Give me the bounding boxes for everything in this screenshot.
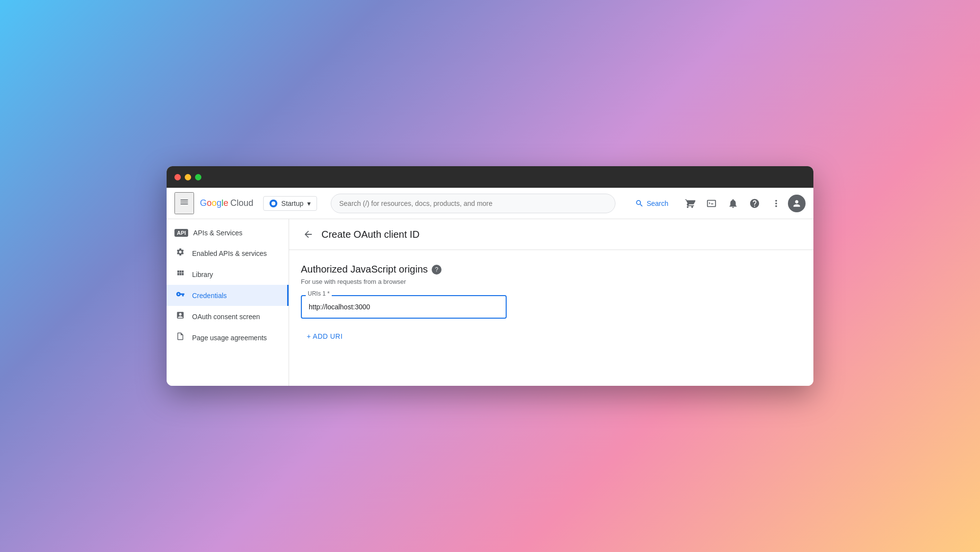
content-area: Create OAuth client ID Authorized JavaSc… <box>289 219 813 386</box>
browser-window: Google Cloud Startup ▾ Search <box>167 166 813 386</box>
uri-input[interactable] <box>301 295 507 319</box>
sidebar-item-label: Page usage agreements <box>192 334 267 342</box>
sidebar-item-page-usage[interactable]: Page usage agreements <box>167 327 289 348</box>
oauth-icon <box>174 311 186 322</box>
sidebar-section-title: APIs & Services <box>193 229 242 237</box>
sidebar: API APIs & Services Enabled APIs & servi… <box>167 219 289 386</box>
sidebar-item-label: Library <box>192 271 213 278</box>
chevron-down-icon: ▾ <box>307 200 311 207</box>
more-options-button[interactable] <box>766 194 786 213</box>
back-button[interactable] <box>301 227 316 242</box>
close-button[interactable] <box>174 174 181 180</box>
terminal-icon-button[interactable] <box>702 194 721 213</box>
header-icons <box>680 194 806 213</box>
gcloud-header: Google Cloud Startup ▾ Search <box>167 188 813 219</box>
google-cloud-logo: Google Cloud <box>200 198 253 208</box>
section-title: Authorized JavaScript origins ? <box>301 264 802 275</box>
help-icon-label: ? <box>435 266 439 273</box>
add-uri-button[interactable]: + ADD URI <box>301 328 348 344</box>
sidebar-item-label: Credentials <box>192 292 227 300</box>
hamburger-menu[interactable] <box>174 192 194 214</box>
sidebar-item-label: Enabled APIs & services <box>192 250 267 257</box>
help-icon-button[interactable] <box>745 194 764 213</box>
help-icon-button[interactable]: ? <box>432 265 441 275</box>
page-header: Create OAuth client ID <box>289 219 813 250</box>
sidebar-item-enabled-apis[interactable]: Enabled APIs & services <box>167 243 289 264</box>
search-bar-container <box>331 194 615 213</box>
project-selector[interactable]: Startup ▾ <box>263 196 317 211</box>
search-input[interactable] <box>331 194 615 213</box>
sidebar-item-library[interactable]: Library <box>167 264 289 285</box>
svg-point-0 <box>271 201 275 205</box>
section-description: For use with requests from a browser <box>301 278 802 285</box>
uri-field-label: URIs 1 * <box>306 290 332 297</box>
settings-icon <box>174 248 186 259</box>
avatar[interactable] <box>788 195 806 212</box>
project-name: Startup <box>281 200 303 207</box>
project-dot <box>270 200 277 207</box>
doc-icon <box>174 332 186 343</box>
page-title: Create OAuth client ID <box>321 229 419 240</box>
section-title-text: Authorized JavaScript origins <box>301 264 428 275</box>
marketplace-icon-button[interactable] <box>680 194 700 213</box>
add-uri-label: + ADD URI <box>307 332 343 340</box>
sidebar-item-credentials[interactable]: Credentials <box>167 285 289 306</box>
maximize-button[interactable] <box>195 174 201 180</box>
uri-field-wrapper: URIs 1 * <box>301 295 507 319</box>
sidebar-item-oauth-consent[interactable]: OAuth consent screen <box>167 306 289 327</box>
cloud-text: Cloud <box>230 198 253 208</box>
main-layout: API APIs & Services Enabled APIs & servi… <box>167 219 813 386</box>
sidebar-api-header: API APIs & Services <box>167 223 289 243</box>
search-button-label: Search <box>647 200 668 207</box>
title-bar <box>167 166 813 188</box>
form-section: Authorized JavaScript origins ? For use … <box>289 250 813 358</box>
key-icon <box>174 290 186 301</box>
search-button[interactable]: Search <box>629 195 674 212</box>
api-badge: API <box>174 229 188 237</box>
grid-icon <box>174 269 186 280</box>
sidebar-item-label: OAuth consent screen <box>192 313 260 321</box>
notifications-icon-button[interactable] <box>723 194 743 213</box>
minimize-button[interactable] <box>185 174 191 180</box>
